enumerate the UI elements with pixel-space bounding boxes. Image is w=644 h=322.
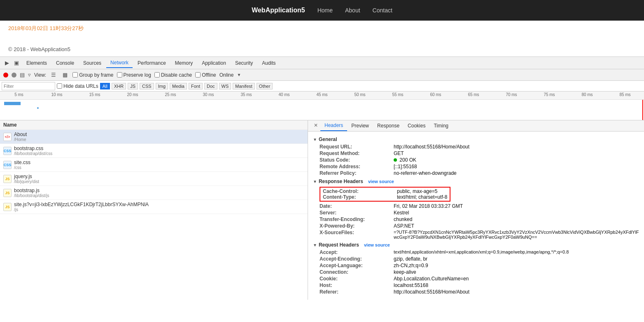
tick-80ms: 80 ms <box>568 92 606 97</box>
tab-performance[interactable]: Performance <box>133 59 170 68</box>
timeline: 5 ms 10 ms 15 ms 20 ms 25 ms 30 ms 35 ms… <box>0 92 644 120</box>
disable-cache-checkbox[interactable] <box>154 72 160 78</box>
filter-row: Hide data URLs All XHR JS CSS Img Media … <box>0 81 644 92</box>
file-info-site-css: site.css /css <box>14 160 30 170</box>
tick-70ms: 70 ms <box>492 92 530 97</box>
preserve-log-label[interactable]: Preserve log <box>117 72 151 78</box>
navbar-link-about[interactable]: About <box>345 7 360 14</box>
file-name-bootstrap-js: bootstrap.js <box>14 188 49 193</box>
cache-control-key: Cache-Control: <box>323 188 397 194</box>
navbar-link-home[interactable]: Home <box>317 7 333 14</box>
tab-sources[interactable]: Sources <box>79 59 105 68</box>
tab-elements[interactable]: Elements <box>22 59 51 68</box>
detail-tab-cookies[interactable]: Cookies <box>404 120 429 131</box>
devtools-tabs: Elements Console Sources Network Perform… <box>22 58 280 68</box>
tick-55ms: 55 ms <box>379 92 417 97</box>
navbar-brand[interactable]: WebApplication5 <box>252 7 305 14</box>
response-view-source-link[interactable]: view source <box>368 179 394 184</box>
disable-cache-label[interactable]: Disable cache <box>154 72 192 78</box>
devtools-device-btn[interactable]: ▣ <box>12 59 21 67</box>
filter-type-ws[interactable]: WS <box>219 83 231 89</box>
preserve-log-checkbox[interactable] <box>117 72 122 78</box>
record-button[interactable] <box>3 73 8 78</box>
tab-console[interactable]: Console <box>52 59 78 68</box>
page-datetime: 2018年03月02日 11时33分27秒 <box>8 25 636 32</box>
offline-label[interactable]: Offline <box>195 72 216 78</box>
referer-key: Referer: <box>320 289 394 295</box>
tick-60ms: 60 ms <box>417 92 455 97</box>
filter-type-js[interactable]: JS <box>128 83 138 89</box>
navbar-link-contact[interactable]: Contact <box>373 7 392 14</box>
filter-type-manifest[interactable]: Manifest <box>233 83 255 89</box>
request-view-source-link[interactable]: view source <box>364 242 390 247</box>
tick-25ms: 25 ms <box>152 92 189 97</box>
file-info-about: About /Home <box>14 132 27 142</box>
close-detail-btn[interactable]: ✕ <box>311 120 320 131</box>
waterfall-view-btn[interactable]: ▩ <box>61 71 69 79</box>
list-view-btn[interactable]: ☰ <box>49 71 58 79</box>
file-list: Name </> About /Home CSS bootstrap.css /… <box>0 120 308 300</box>
timeline-bar-dot <box>37 107 39 109</box>
tab-security[interactable]: Security <box>231 59 257 68</box>
filter-type-font[interactable]: Font <box>189 83 203 89</box>
detail-tab-timing[interactable]: Timing <box>429 120 453 131</box>
filter-type-other[interactable]: Other <box>257 83 273 89</box>
tab-memory[interactable]: Memory <box>171 59 197 68</box>
file-path-site-js: /js <box>14 207 149 212</box>
devtools-inspect-btn[interactable]: ▶ <box>3 59 11 67</box>
response-headers-section-title: ▼ Response Headers view source <box>313 179 639 184</box>
file-icon-bootstrap-css: CSS <box>3 147 12 155</box>
hide-data-urls-label[interactable]: Hide data URLs <box>57 83 98 89</box>
filter-type-xhr[interactable]: XHR <box>112 83 126 89</box>
hide-data-urls-checkbox[interactable] <box>57 83 62 89</box>
list-item-site-css[interactable]: CSS site.css /css <box>0 158 308 172</box>
accept-val: text/html,application/xhtml+xml,applicat… <box>394 249 569 255</box>
dropdown-arrow-icon[interactable]: ▼ <box>237 73 241 77</box>
tab-network[interactable]: Network <box>106 58 133 68</box>
tab-application[interactable]: Application <box>198 59 230 68</box>
file-info-bootstrap-js: bootstrap.js /lib/bootstrap/dist/js <box>14 188 49 198</box>
accept-encoding-key: Accept-Encoding: <box>320 256 394 262</box>
filter-type-doc[interactable]: Doc <box>204 83 217 89</box>
file-icon-site-css: CSS <box>3 161 12 169</box>
list-item-bootstrap-css[interactable]: CSS bootstrap.css /lib/bootstrap/dist/cs… <box>0 144 308 158</box>
tick-10ms: 10 ms <box>38 92 76 97</box>
filter-type-all[interactable]: All <box>100 83 110 89</box>
file-path-bootstrap-css: /lib/bootstrap/dist/css <box>14 151 52 156</box>
server-row: Server: Kestrel <box>320 210 639 216</box>
tick-30ms: 30 ms <box>189 92 227 97</box>
tab-audits[interactable]: Audits <box>258 59 280 68</box>
connection-key: Connection: <box>320 269 394 275</box>
timeline-bar-1 <box>4 102 21 105</box>
filter-type-media[interactable]: Media <box>170 83 187 89</box>
camera-icon[interactable]: ▤ <box>20 72 25 78</box>
file-name-site-js: site.js?v=ji3-lxbEzYWjzzLCGkF1KDjrT2jLbb… <box>14 202 149 207</box>
list-item-about[interactable]: </> About /Home <box>0 130 308 144</box>
list-item-bootstrap-js[interactable]: JS bootstrap.js /lib/bootstrap/dist/js <box>0 186 308 200</box>
x-source-files-key: X-SourceFiles: <box>320 230 394 240</box>
filter-input[interactable] <box>2 82 55 90</box>
file-path-jquery: /lib/jquery/dist <box>14 179 39 184</box>
file-name-jquery: jquery.js <box>14 174 39 179</box>
transfer-encoding-val: chunked <box>394 216 412 222</box>
group-by-frame-label[interactable]: Group by frame <box>72 72 113 78</box>
detail-panel: ✕ Headers Preview Response Cookies Timin… <box>308 120 644 300</box>
filter-type-img[interactable]: Img <box>156 83 168 89</box>
filter-type-css[interactable]: CSS <box>140 83 154 89</box>
stop-button[interactable] <box>12 73 16 78</box>
detail-tab-response[interactable]: Response <box>373 120 404 131</box>
request-method-row: Request Method: GET <box>320 150 639 156</box>
remote-address-key: Remote Address: <box>320 164 394 169</box>
file-info-site-js: site.js?v=ji3-lxbEzYWjzzLCGkF1KDjrT2jLbb… <box>14 202 149 212</box>
offline-checkbox[interactable] <box>195 72 201 78</box>
list-item-jquery[interactable]: JS jquery.js /lib/jquery/dist <box>0 172 308 186</box>
group-by-frame-checkbox[interactable] <box>72 72 78 78</box>
page-copyright: © 2018 - WebApplication5 <box>8 46 636 52</box>
file-icon-site-js: JS <box>3 203 12 211</box>
host-row: Host: localhost:55168 <box>320 282 639 288</box>
detail-tab-headers[interactable]: Headers <box>320 120 347 131</box>
list-item-site-js[interactable]: JS site.js?v=ji3-lxbEzYWjzzLCGkF1KDjrT2j… <box>0 200 308 214</box>
filter-icon[interactable]: ▿ <box>28 72 31 78</box>
request-method-val: GET <box>394 150 404 156</box>
detail-tab-preview[interactable]: Preview <box>347 120 373 131</box>
